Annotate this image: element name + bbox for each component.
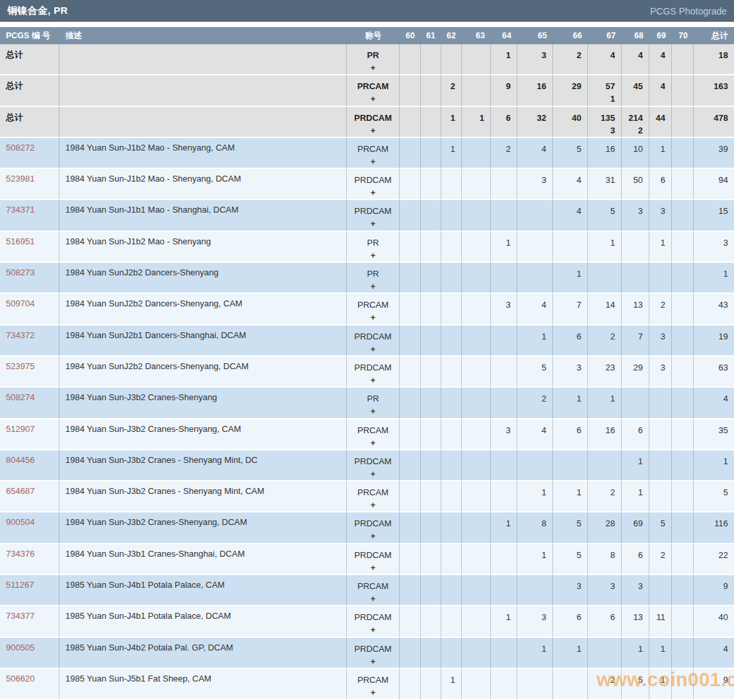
grade-70-cell — [672, 388, 694, 419]
description-cell: 1984 Yuan Sun-J3b2 Cranes - Shenyang Min… — [59, 481, 347, 512]
grade-65-cell: 16 — [517, 75, 553, 106]
grade-62-cell — [441, 638, 462, 669]
grade-67-cell: 571 — [588, 75, 622, 106]
table-row: 7343721984 Yuan SunJ2b1 Dancers-Shanghai… — [0, 326, 734, 357]
pcgs-number-link[interactable]: 523975 — [6, 361, 34, 371]
grade-60-cell — [400, 638, 421, 669]
grade-70-cell — [672, 263, 694, 294]
pcgs-number-link[interactable]: 734376 — [6, 549, 34, 559]
grade-68-cell: 1 — [622, 638, 649, 669]
header-grade-61: 61 — [421, 27, 441, 44]
grade-68-cell: 69 — [622, 512, 649, 543]
total-cell: 22 — [694, 544, 734, 575]
grade-66-cell: 5 — [553, 544, 588, 575]
table-row: 5169511984 Yuan Sun-J1b2 Mao - ShenyangP… — [0, 232, 734, 263]
grade-64-cell: 9 — [491, 75, 517, 106]
grade-64-cell: 3 — [491, 294, 517, 325]
total-cell: 5 — [694, 481, 734, 512]
grade-66-cell — [553, 669, 588, 700]
designation-cell: PR+ — [347, 263, 400, 294]
grade-66-cell: 6 — [553, 419, 588, 450]
grade-68-cell — [622, 232, 649, 263]
grade-62-cell — [441, 169, 462, 200]
grade-70-cell — [672, 450, 694, 481]
grade-61-cell — [421, 232, 441, 263]
pcgs-number-link[interactable]: 734377 — [6, 611, 34, 621]
grade-67-cell: 14 — [588, 294, 622, 325]
grade-67-cell: 28 — [588, 512, 622, 543]
grade-67-cell: 2 — [588, 326, 622, 357]
pcgs-number-link[interactable]: 734372 — [6, 330, 34, 340]
pcgs-number-link[interactable]: 734371 — [6, 205, 34, 215]
grade-65-cell: 3 — [517, 44, 553, 75]
pcgs-number-link[interactable]: 900504 — [6, 517, 34, 527]
header-description: 描述 — [59, 27, 347, 44]
pcgs-number-link[interactable]: 508273 — [6, 267, 34, 277]
grade-62-cell — [441, 512, 462, 543]
total-cell: 163 — [694, 75, 734, 106]
designation-cell: PRCAM+ — [347, 575, 400, 606]
grade-62-cell — [441, 450, 462, 481]
description-cell: 1984 Yuan Sun-J3b2 Cranes - Shenyang Min… — [59, 450, 347, 481]
row-total-label: 总计 — [0, 107, 59, 138]
description-cell: 1984 Yuan SunJ2b2 Dancers-Shenyang, DCAM — [59, 357, 347, 388]
pcgs-number-link[interactable]: 654687 — [6, 486, 34, 496]
grade-68-cell: 6 — [622, 419, 649, 450]
pcgs-number-link[interactable]: 516951 — [6, 236, 34, 246]
grade-65-cell: 3 — [517, 606, 553, 637]
pcgs-number-link[interactable]: 508274 — [6, 392, 34, 402]
grade-63-cell — [462, 232, 491, 263]
pcgs-number-link[interactable]: 506620 — [6, 674, 34, 683]
grade-60-cell — [400, 169, 421, 200]
grade-60-cell — [400, 75, 421, 106]
grade-70-cell — [672, 606, 694, 637]
pcgs-number-link[interactable]: 508272 — [6, 143, 34, 153]
pcgs-number-link[interactable]: 511267 — [6, 580, 34, 590]
table-row: 7343771985 Yuan Sun-J4b1 Potala Palace, … — [0, 606, 734, 637]
grade-61-cell — [421, 512, 441, 543]
grade-61-cell — [421, 575, 441, 606]
grade-63-cell — [462, 200, 491, 231]
row-total-label: 总计 — [0, 75, 59, 106]
designation-cell: PRCAM+ — [347, 294, 400, 325]
grade-67-cell: 16 — [588, 419, 622, 450]
grade-63-cell — [462, 450, 491, 481]
designation-cell: PRDCAM+ — [347, 638, 400, 669]
grade-61-cell — [421, 669, 441, 700]
grade-64-cell — [491, 169, 517, 200]
grade-67-cell — [588, 263, 622, 294]
pcgs-number-link[interactable]: 523981 — [6, 174, 34, 184]
pcgs-number-cell: 516951 — [0, 232, 59, 263]
grade-69-cell: 5 — [649, 512, 672, 543]
pcgs-number-cell: 508274 — [0, 388, 59, 419]
pcgs-number-cell: 900505 — [0, 638, 59, 669]
pcgs-number-link[interactable]: 804456 — [6, 455, 34, 465]
description-cell — [59, 75, 347, 106]
grade-67-cell: 5 — [588, 200, 622, 231]
grade-65-cell — [517, 669, 553, 700]
pcgs-number-link[interactable]: 900505 — [6, 643, 34, 652]
grade-69-cell: 4 — [649, 44, 672, 75]
designation-cell: PRCAM+ — [347, 481, 400, 512]
designation-cell: PRDCAM+ — [347, 606, 400, 637]
grade-70-cell — [672, 138, 694, 169]
total-cell: 1 — [694, 263, 734, 294]
photograde-link[interactable]: PCGS Photograde — [650, 6, 727, 17]
grade-66-cell: 1 — [553, 263, 588, 294]
grade-62-cell — [441, 44, 462, 75]
grade-64-cell — [491, 544, 517, 575]
grade-69-cell — [649, 575, 672, 606]
grade-64-cell: 2 — [491, 138, 517, 169]
grade-65-cell: 1 — [517, 481, 553, 512]
grade-63-cell — [462, 294, 491, 325]
grade-62-cell — [441, 232, 462, 263]
summary-row: 总计PR+ 1 3 2 4 4 4 18 — [0, 44, 734, 75]
description-cell: 1984 Yuan SunJ2b2 Dancers-Shenyang, CAM — [59, 294, 347, 325]
pcgs-number-link[interactable]: 512907 — [6, 424, 34, 434]
pcgs-number-link[interactable]: 509704 — [6, 298, 34, 308]
grade-60-cell — [400, 669, 421, 700]
grade-62-cell — [441, 326, 462, 357]
description-cell: 1985 Yuan Sun-J5b1 Fat Sheep, CAM — [59, 669, 347, 700]
total-cell: 94 — [694, 169, 734, 200]
grade-61-cell — [421, 75, 441, 106]
